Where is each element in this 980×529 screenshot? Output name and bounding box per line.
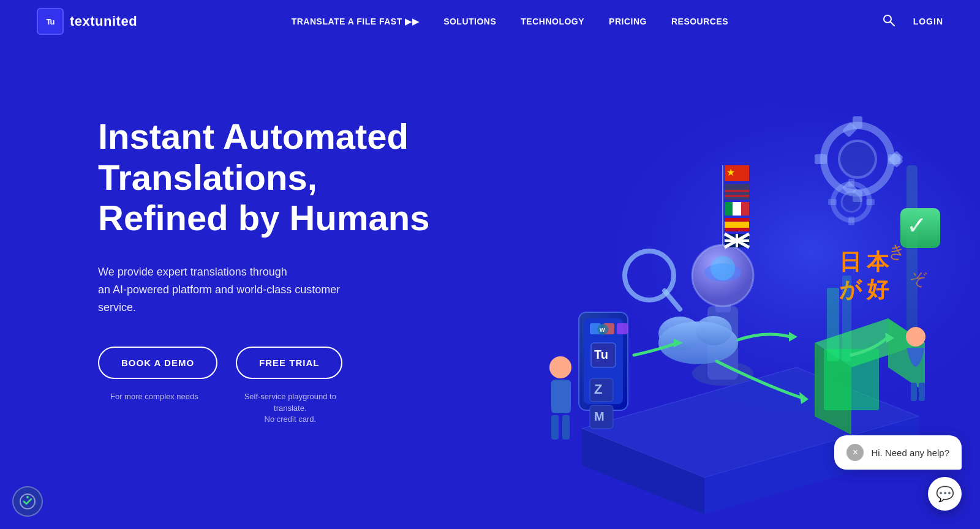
- trial-sublabel: Self-service playground to translate. No…: [217, 391, 352, 425]
- svg-line-1: [891, 22, 894, 26]
- svg-rect-21: [725, 195, 749, 197]
- chat-message-bubble: × Hi. Need any help?: [834, 435, 962, 470]
- svg-point-45: [842, 192, 861, 212]
- company-name: textunited: [70, 13, 137, 29]
- logo-icon: Tu: [37, 8, 64, 35]
- svg-text:M: M: [594, 410, 605, 423]
- svg-rect-78: [907, 165, 918, 337]
- svg-text:Z: Z: [594, 381, 602, 397]
- svg-rect-20: [725, 190, 749, 192]
- chat-toggle-button[interactable]: 💬: [928, 477, 962, 511]
- svg-text:Tu: Tu: [594, 348, 608, 361]
- navbar: Tu textunited TRANSLATE A FILE FAST ▶▶ S…: [0, 0, 980, 43]
- svg-rect-48: [866, 199, 875, 205]
- svg-text:★: ★: [726, 167, 735, 178]
- accessibility-badge[interactable]: [12, 486, 43, 517]
- svg-point-79: [549, 356, 571, 378]
- svg-rect-39: [815, 154, 827, 164]
- book-demo-button[interactable]: BOOK A DEMO: [98, 347, 217, 379]
- login-button[interactable]: LOGIN: [913, 17, 943, 26]
- svg-text:日: 日: [839, 249, 861, 274]
- svg-rect-22: [725, 202, 733, 216]
- svg-rect-77: [842, 276, 851, 361]
- svg-rect-82: [562, 415, 570, 440]
- svg-text:好: 好: [866, 277, 889, 302]
- chat-widget: × Hi. Need any help? 💬: [834, 435, 962, 511]
- svg-text:本: 本: [866, 249, 890, 274]
- nav-right: LOGIN: [883, 14, 943, 29]
- svg-rect-76: [827, 288, 839, 361]
- nav-item-resources[interactable]: RESOURCES: [671, 17, 728, 26]
- svg-rect-85: [919, 383, 925, 401]
- svg-rect-49: [828, 199, 837, 205]
- svg-rect-84: [911, 383, 917, 401]
- hero-title: Instant Automated Translations, Refined …: [98, 116, 453, 239]
- nav-links: TRANSLATE A FILE FAST ▶▶ SOLUTIONS TECHN…: [292, 17, 728, 26]
- nav-item-solutions[interactable]: SOLUTIONS: [443, 17, 496, 26]
- hero-content: Instant Automated Translations, Refined …: [98, 80, 453, 425]
- svg-rect-46: [848, 179, 854, 187]
- hero-sublabels: For more complex needs Self-service play…: [98, 391, 453, 425]
- svg-point-0: [884, 15, 891, 23]
- nav-item-translate[interactable]: TRANSLATE A FILE FAST ▶▶: [292, 17, 419, 26]
- hero-description: We provide expert translations through a…: [98, 263, 355, 316]
- svg-point-35: [839, 141, 876, 178]
- accessibility-icon: [19, 493, 36, 510]
- svg-rect-56: [617, 323, 628, 334]
- free-trial-button[interactable]: FREE TRIAL: [236, 347, 342, 379]
- svg-point-63: [695, 316, 732, 345]
- svg-rect-81: [551, 415, 559, 440]
- svg-rect-26: [725, 222, 749, 228]
- svg-rect-23: [733, 202, 741, 216]
- svg-rect-47: [848, 217, 854, 225]
- svg-rect-24: [741, 202, 749, 216]
- hero-buttons: BOOK A DEMO FREE TRIAL: [98, 347, 453, 379]
- hero-section: Instant Automated Translations, Refined …: [0, 43, 980, 529]
- logo-area[interactable]: Tu textunited: [37, 8, 137, 35]
- svg-point-89: [26, 496, 29, 498]
- svg-point-15: [710, 256, 735, 280]
- chat-close-button[interactable]: ×: [846, 444, 864, 461]
- nav-item-pricing[interactable]: PRICING: [609, 17, 647, 26]
- demo-sublabel: For more complex needs: [98, 391, 198, 425]
- chat-icon: 💬: [936, 486, 954, 503]
- svg-point-83: [906, 327, 925, 347]
- search-icon[interactable]: [883, 14, 895, 29]
- svg-rect-80: [551, 380, 571, 413]
- svg-text:W: W: [600, 327, 605, 333]
- nav-item-technology[interactable]: TECHNOLOGY: [521, 17, 584, 26]
